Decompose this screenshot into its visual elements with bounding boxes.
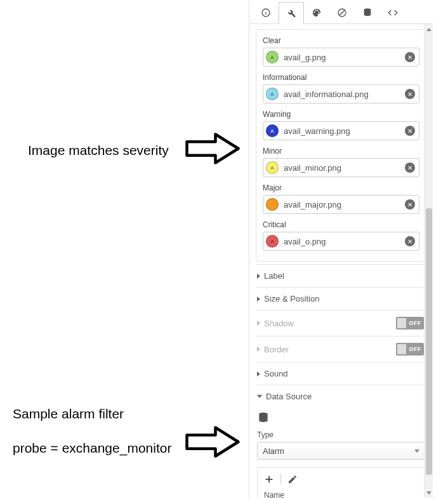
severity-row[interactable]: avail_major.png ✕: [263, 195, 419, 214]
tab-wrench[interactable]: [279, 2, 304, 24]
tab-bar: [249, 1, 433, 24]
severity-card: Clear A avail_g.png ✕ Informational A av…: [256, 29, 426, 262]
accordion-title: Sound: [264, 369, 288, 378]
severity-label: Clear: [263, 36, 419, 45]
clear-icon[interactable]: ✕: [405, 89, 415, 99]
clear-icon[interactable]: ✕: [405, 236, 415, 246]
severity-file: avail_warning.png: [284, 126, 405, 136]
severity-row[interactable]: A avail_warning.png ✕: [263, 121, 419, 140]
toggle-label: OFF: [409, 320, 422, 326]
annotation-top: Image matches severity: [28, 143, 169, 158]
type-select[interactable]: Alarm: [257, 442, 425, 460]
filter-card: Name exchange: [257, 467, 425, 498]
caret-right-icon: [257, 321, 260, 326]
clear-icon[interactable]: ✕: [405, 52, 415, 62]
accordion-border[interactable]: Border OFF: [256, 336, 426, 362]
tab-database[interactable]: [355, 1, 380, 23]
toggle-off[interactable]: OFF: [396, 317, 424, 329]
toggle-off[interactable]: OFF: [396, 343, 424, 356]
accordion-title: Size & Position: [264, 294, 319, 303]
name-label: Name: [264, 491, 418, 498]
severity-row[interactable]: A avail_minor.png ✕: [263, 158, 419, 177]
data-source-body: Type Alarm Name exchange: [256, 408, 426, 498]
svg-line-4: [339, 10, 345, 15]
accordion-title: Shadow: [264, 319, 294, 328]
arrow-icon: [184, 425, 241, 459]
swatch-icon: A: [266, 51, 279, 63]
severity-label: Informational: [263, 73, 419, 82]
accordion-data-source[interactable]: Data Source: [256, 385, 426, 408]
scroll-up-icon[interactable]: [426, 26, 432, 32]
accordion-title: Data Source: [266, 392, 312, 401]
swatch-icon: A: [266, 124, 279, 137]
accordion-label[interactable]: Label: [256, 264, 426, 287]
severity-file: avail_major.png: [284, 200, 405, 210]
tab-info[interactable]: [253, 1, 279, 23]
tab-palette[interactable]: [304, 1, 329, 23]
clear-icon[interactable]: ✕: [405, 126, 415, 136]
severity-row[interactable]: A avail_informational.png ✕: [263, 84, 419, 103]
severity-file: avail_o.png: [284, 237, 405, 246]
caret-right-icon: [257, 296, 260, 302]
type-label: Type: [257, 430, 425, 439]
severity-label: Major: [263, 183, 419, 192]
swatch-icon: A: [266, 88, 279, 100]
annotation-bottom-1: Sample alarm filter: [13, 406, 124, 422]
severity-label: Warning: [263, 110, 419, 119]
accordion-sound[interactable]: Sound: [256, 362, 426, 385]
filter-toolbar: [264, 474, 418, 484]
severity-file: avail_minor.png: [284, 163, 405, 173]
divider: [280, 474, 281, 484]
clear-icon[interactable]: ✕: [405, 163, 415, 173]
tab-block[interactable]: [329, 1, 355, 23]
database-icon: [257, 411, 270, 424]
tab-code[interactable]: [380, 1, 405, 23]
severity-row[interactable]: A avail_g.png ✕: [263, 48, 419, 67]
toggle-label: OFF: [409, 346, 422, 352]
severity-file: avail_informational.png: [284, 90, 405, 99]
scrollbar[interactable]: [424, 24, 433, 498]
swatch-icon: A: [266, 161, 279, 174]
arrow-icon: [184, 131, 241, 166]
properties-panel: Clear A avail_g.png ✕ Informational A av…: [249, 1, 433, 498]
swatch-icon: [266, 198, 279, 211]
severity-label: Minor: [263, 147, 419, 156]
type-value: Alarm: [263, 446, 284, 456]
caret-right-icon: [257, 371, 260, 376]
scroll-down-icon[interactable]: [426, 489, 432, 496]
caret-right-icon: [257, 274, 260, 279]
annotation-bottom-2: probe = exchange_monitor: [13, 441, 171, 456]
severity-row[interactable]: A avail_o.png ✕: [263, 232, 419, 251]
scroll-thumb[interactable]: [426, 208, 432, 475]
accordion-title: Border: [264, 345, 289, 354]
accordion-title: Label: [264, 271, 284, 281]
caret-down-icon: [257, 395, 262, 398]
caret-right-icon: [257, 347, 260, 352]
severity-file: avail_g.png: [284, 53, 405, 62]
accordion-size-position[interactable]: Size & Position: [256, 287, 426, 310]
accordion-shadow[interactable]: Shadow OFF: [256, 310, 426, 336]
pencil-icon[interactable]: [287, 474, 298, 484]
clear-icon[interactable]: ✕: [405, 199, 415, 210]
plus-icon[interactable]: [264, 474, 274, 484]
chevron-down-icon: [414, 449, 419, 453]
severity-label: Critical: [263, 220, 419, 229]
swatch-icon: A: [266, 235, 279, 248]
